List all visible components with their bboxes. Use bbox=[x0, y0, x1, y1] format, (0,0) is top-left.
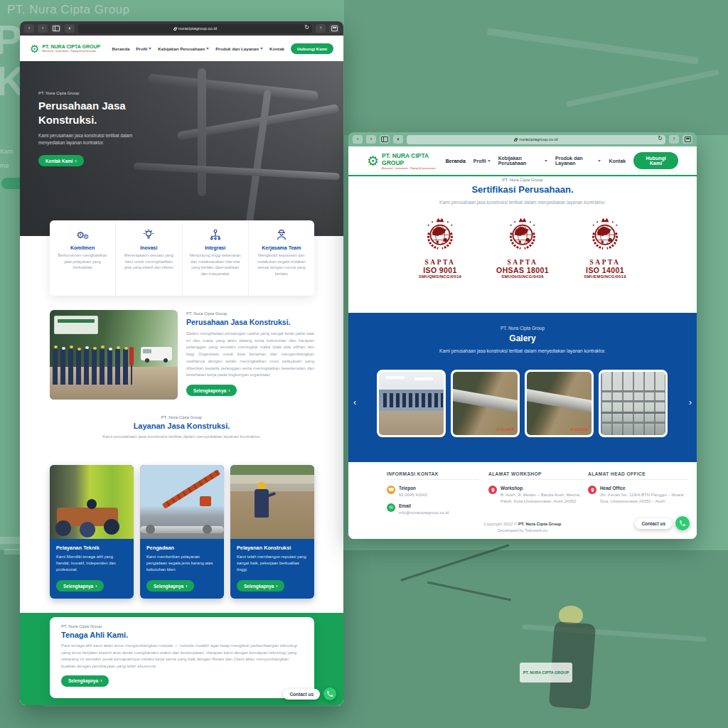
footer-label: Head Office bbox=[600, 486, 687, 491]
brand-tagline: Electrical - Instrument - Piping &Constr… bbox=[382, 167, 446, 170]
contact-us-pill[interactable]: Contact us bbox=[283, 689, 320, 700]
nav-label: Kebijakan Perusahaan bbox=[498, 156, 543, 166]
footer-headoffice-row: Head Office Jln. Kenari No. 129/A BTN Pa… bbox=[588, 486, 687, 505]
service-selengkapnya-button[interactable]: Selengkapnya› bbox=[237, 580, 284, 592]
back-button[interactable]: ‹ bbox=[24, 24, 34, 33]
browser-window-certs: ‹ › ◖ nuraciptagroup.co.id ↻ ↑ ⚙ PT. NUR… bbox=[348, 132, 697, 539]
gallery-next-button[interactable]: › bbox=[689, 397, 692, 407]
background-echo-word: me bbox=[0, 162, 9, 169]
site-worker-art bbox=[255, 489, 269, 518]
shield-button[interactable]: ◖ bbox=[65, 24, 75, 33]
share-button[interactable]: ↑ bbox=[669, 135, 679, 144]
photo-timestamp: 17.01.2018 bbox=[570, 427, 588, 432]
nav-item-profil[interactable]: Profil bbox=[473, 159, 491, 164]
refresh-icon[interactable]: ↻ bbox=[304, 24, 309, 31]
service-card-teknik[interactable]: Pelayanan Teknik Kami Memiliki tenaga ah… bbox=[50, 465, 134, 599]
button-label: Selengkapnya bbox=[154, 584, 183, 589]
forward-button[interactable]: › bbox=[38, 24, 48, 33]
map-pin-icon bbox=[488, 486, 497, 494]
feature-text: Berkomitmen menghasilkan jasa pelayanan … bbox=[55, 252, 110, 271]
hubungi-kami-button[interactable]: Hubungi Kami bbox=[291, 43, 333, 54]
nav-item-kebijakan[interactable]: Kebijakan Perusahaan bbox=[498, 156, 547, 166]
photo-piping-plant bbox=[601, 372, 665, 435]
service-title: Pelayanan Konstruksi bbox=[237, 545, 308, 551]
back-button[interactable]: ‹ bbox=[353, 135, 363, 144]
button-label: Selengkapnya bbox=[63, 584, 93, 589]
sapta-globe-icon bbox=[419, 216, 461, 257]
lock-icon bbox=[173, 28, 176, 31]
url-field[interactable]: nuraciptagroup.co.id ↻ bbox=[78, 24, 312, 33]
footer-email-row[interactable]: ✉ Email info@nuraciptagroup.co.id bbox=[387, 503, 479, 516]
footer-label: Workshop bbox=[500, 486, 585, 491]
refresh-icon[interactable]: ↻ bbox=[658, 135, 663, 141]
certs-eyebrow: PT. Nura Cipta Group bbox=[348, 178, 697, 182]
crane-cab-art bbox=[200, 496, 211, 506]
service-card-konstruksi[interactable]: Pelayanan Konstruksi Kami telah membangu… bbox=[230, 465, 314, 599]
forward-button[interactable]: › bbox=[366, 135, 376, 144]
footer-heading: ALAMAT HEAD OFFICE bbox=[588, 471, 687, 480]
url-field[interactable]: nuraciptagroup.co.id ↻ bbox=[407, 135, 665, 144]
nav-item-kebijakan[interactable]: Kebijakan Perusahaan bbox=[158, 46, 209, 51]
nav-label: Kontak bbox=[609, 159, 626, 164]
nav-item-beranda[interactable]: Beranda bbox=[112, 46, 130, 51]
service-selengkapnya-button[interactable]: Selengkapnya› bbox=[56, 580, 104, 592]
url-text: nuraciptagroup.co.id bbox=[519, 137, 557, 141]
tabs-icon bbox=[685, 136, 691, 142]
footer-contact-column: INFORMASI KONTAK ☎ Telepon 62 0645 41042… bbox=[387, 471, 479, 522]
copyright-company: PT. Nura Cipta Group bbox=[518, 522, 561, 526]
pipe-art bbox=[527, 387, 592, 417]
cert-standard: ISO 9001 bbox=[405, 266, 476, 274]
nav-item-kontak[interactable]: Kontak bbox=[269, 46, 284, 51]
brand-name: PT. NURA CIPTA GROUP bbox=[382, 152, 446, 166]
nav-item-beranda[interactable]: Beranda bbox=[446, 159, 466, 164]
feature-text: Mengambil keputusan dan melakukan segala… bbox=[254, 252, 309, 277]
kontak-kami-button[interactable]: Kontak Kami› bbox=[38, 155, 84, 166]
nav-label: Profil bbox=[473, 159, 486, 164]
gallery-photo-pipeline[interactable]: 17.01.2018 bbox=[525, 370, 594, 437]
nav-item-produk[interactable]: Produk dan Layanan bbox=[215, 46, 263, 51]
certification-badges-row: SAPTA ISO 9001 SMUQMS/NCG/0519 SAPTA OHS… bbox=[348, 216, 697, 279]
tabs-icon bbox=[331, 26, 338, 31]
site-logo[interactable]: ⚙ PT. NURA CIPTA GROUP Electrical - Inst… bbox=[367, 152, 446, 170]
shield-button[interactable]: ◖ bbox=[393, 135, 403, 144]
photo-pipeline: 17.01.2018 bbox=[453, 372, 518, 435]
tabs-button[interactable] bbox=[329, 24, 339, 33]
service-card-pengadaan[interactable]: Pengadaan Kami memberikan pelayanan peng… bbox=[140, 465, 224, 599]
service-selengkapnya-button[interactable]: Selengkapnya› bbox=[146, 580, 194, 592]
about-selengkapnya-button[interactable]: Selengkapnnya› bbox=[186, 385, 237, 396]
feature-title: Kerjasama Team bbox=[254, 245, 309, 250]
photo-timestamp: 17.01.2018 bbox=[496, 427, 514, 432]
about-photo-workers bbox=[50, 310, 178, 400]
gallery-prev-button[interactable]: ‹ bbox=[353, 397, 356, 407]
gallery-photo-training-room[interactable] bbox=[377, 370, 446, 437]
sapta-globe-icon bbox=[502, 216, 543, 257]
site-header: ⚙ PT. NURA CIPTA GROUP Electrical - Inst… bbox=[348, 146, 697, 176]
shield-icon: ◖ bbox=[68, 26, 72, 31]
whatsapp-fab-button[interactable] bbox=[675, 516, 690, 530]
nav-item-profil[interactable]: Profil bbox=[136, 46, 151, 51]
whatsapp-fab-button[interactable] bbox=[323, 687, 336, 700]
brand-name: PT. NURA CIPTA GROUP bbox=[42, 44, 100, 49]
sidebar-icon bbox=[53, 26, 60, 31]
sidebar-button[interactable] bbox=[380, 135, 390, 144]
tabs-button[interactable] bbox=[682, 135, 692, 144]
feature-title: Integrasi bbox=[188, 245, 243, 250]
footer-heading: INFORMASI KONTAK bbox=[387, 471, 479, 480]
experts-selengkapnya-button[interactable]: Selengkapnya› bbox=[61, 675, 109, 687]
sidebar-button[interactable] bbox=[51, 24, 61, 33]
experts-title: Tenaga Ahli Kami. bbox=[61, 631, 303, 639]
nav-item-kontak[interactable]: Kontak bbox=[609, 159, 626, 164]
email-icon: ✉ bbox=[387, 503, 395, 512]
hubungi-kami-button[interactable]: Hubungi Kami bbox=[633, 152, 678, 169]
gallery-photo-pipeline[interactable]: 17.01.2018 bbox=[451, 370, 520, 437]
contact-us-pill[interactable]: Contact us bbox=[635, 518, 672, 529]
nav-item-produk[interactable]: Produk dan Layanan bbox=[555, 156, 601, 166]
nav-label: Kebijakan Perusahaan bbox=[158, 46, 205, 51]
contact-fab-group: Contact us bbox=[283, 687, 336, 700]
service-cards-row: Pelayanan Teknik Kami Memiliki tenaga ah… bbox=[50, 465, 314, 599]
gallery-photo-plant[interactable] bbox=[599, 370, 668, 437]
feature-text: Menerapkann sesuatu yang baru untuk meni… bbox=[121, 252, 176, 271]
site-logo[interactable]: ⚙ PT. NURA CIPTA GROUP Electrical - Inst… bbox=[30, 43, 100, 54]
footer-phone-row[interactable]: ☎ Telepon 62 0645 41042 bbox=[387, 486, 479, 498]
share-button[interactable]: ↑ bbox=[316, 24, 326, 33]
